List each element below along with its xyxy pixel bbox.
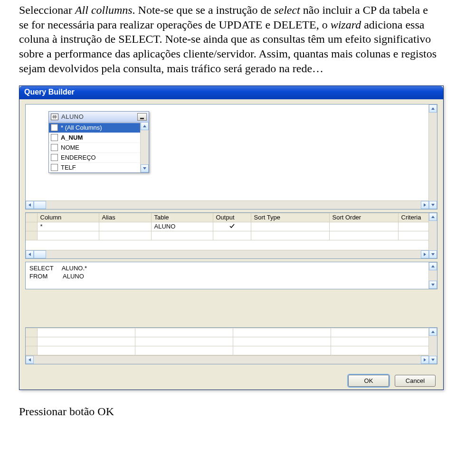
instruction-paragraph: Pressionar botão OK [19, 404, 437, 419]
grid-data-row[interactable]: * ALUNO [26, 222, 429, 231]
svg-marker-20 [424, 358, 426, 362]
cell-sort-order[interactable] [329, 222, 398, 231]
svg-marker-13 [28, 253, 31, 256]
svg-marker-19 [28, 358, 31, 362]
scroll-up-icon[interactable] [429, 262, 437, 270]
svg-marker-7 [431, 107, 435, 110]
grid-empty-row[interactable] [26, 328, 429, 337]
results-hscroll[interactable] [26, 355, 429, 364]
column-row[interactable]: ENDEREÇO [49, 152, 149, 162]
checkbox-icon[interactable] [51, 134, 58, 141]
diagram-pane[interactable]: ALUNO * (All Columns) A_NUM NOME [25, 104, 437, 209]
grid-empty-row[interactable] [26, 337, 429, 346]
grid-hscroll[interactable] [26, 250, 429, 258]
col-header[interactable]: Sort Type [251, 213, 329, 222]
text-italic: select [274, 4, 300, 16]
criteria-grid-pane[interactable]: Column Alias Table Output Sort Type Sort… [25, 212, 437, 259]
ok-button[interactable]: OK [348, 375, 389, 387]
cell-output[interactable] [213, 222, 251, 231]
column-label: A_NUM [61, 134, 83, 141]
table-name: ALUNO [61, 113, 84, 120]
dialog-button-bar: OK Cancel [19, 369, 443, 390]
svg-marker-18 [431, 359, 435, 361]
col-header[interactable]: Sort Order [329, 213, 398, 222]
scroll-right-icon[interactable] [421, 201, 429, 209]
scroll-down-icon[interactable] [429, 356, 437, 364]
row-header [26, 213, 37, 222]
results-pane[interactable] [25, 327, 437, 364]
sql-text[interactable]: SELECT ALUNO.* FROM ALUNO [26, 262, 437, 283]
svg-marker-5 [143, 125, 146, 127]
scroll-right-icon[interactable] [421, 250, 429, 258]
column-label: TELF [61, 164, 76, 171]
results-vscroll[interactable] [428, 328, 437, 364]
diagram-vscroll[interactable] [428, 105, 437, 209]
cancel-button[interactable]: Cancel [395, 375, 436, 387]
scroll-thumb[interactable] [34, 250, 46, 258]
column-label: * (All Columns) [61, 124, 102, 131]
sql-vscroll[interactable] [428, 262, 437, 289]
column-row[interactable]: A_NUM [49, 133, 149, 143]
scroll-left-icon[interactable] [26, 356, 34, 364]
col-header[interactable]: Alias [99, 213, 151, 222]
results-grid[interactable] [26, 328, 429, 355]
scroll-up-icon[interactable] [429, 105, 437, 113]
table-icon [51, 114, 58, 120]
column-row-all[interactable]: * (All Columns) [49, 123, 149, 133]
scroll-up-icon[interactable] [429, 328, 437, 336]
text: . Note-se que se a instrução de [133, 4, 275, 16]
svg-marker-11 [431, 216, 435, 218]
scroll-up-icon[interactable] [141, 122, 149, 130]
svg-rect-0 [52, 115, 57, 119]
svg-marker-16 [431, 284, 435, 286]
col-header[interactable]: Table [151, 213, 213, 222]
svg-marker-14 [424, 253, 426, 256]
scroll-down-icon[interactable] [429, 281, 437, 289]
scroll-up-icon[interactable] [429, 213, 437, 221]
col-header[interactable]: Output [213, 213, 251, 222]
scroll-right-icon[interactable] [421, 356, 429, 364]
svg-marker-17 [431, 331, 435, 333]
column-row[interactable]: NOME [49, 143, 149, 152]
cell-column[interactable]: * [37, 222, 99, 231]
col-header[interactable]: Column [37, 213, 99, 222]
check-icon [229, 223, 235, 230]
table-window-vscroll[interactable] [140, 122, 149, 172]
grid-empty-row[interactable] [26, 231, 429, 240]
svg-marker-15 [431, 265, 435, 267]
checkbox-icon[interactable] [51, 154, 58, 161]
scroll-down-icon[interactable] [429, 201, 437, 209]
row-header[interactable] [26, 222, 37, 231]
grid-header-row: Column Alias Table Output Sort Type Sort… [26, 213, 429, 222]
scroll-thumb[interactable] [34, 201, 46, 209]
table-window-aluno[interactable]: ALUNO * (All Columns) A_NUM NOME [48, 111, 149, 173]
minimize-button[interactable] [137, 113, 147, 121]
cell-table[interactable]: ALUNO [151, 222, 213, 231]
grid-vscroll[interactable] [428, 213, 437, 258]
query-builder-dialog: Query Builder ALUNO * (All Columns) [19, 86, 444, 390]
text-italic: wizard [331, 19, 361, 31]
criteria-grid[interactable]: Column Alias Table Output Sort Type Sort… [26, 213, 429, 240]
diagram-hscroll[interactable] [26, 200, 429, 209]
cell-criteria[interactable] [398, 222, 429, 231]
cell-sort-type[interactable] [251, 222, 329, 231]
dialog-titlebar[interactable]: Query Builder [19, 86, 443, 99]
scroll-down-icon[interactable] [141, 164, 149, 172]
grid-empty-row[interactable] [26, 346, 429, 355]
scroll-left-icon[interactable] [26, 201, 34, 209]
checkbox-checked-icon[interactable] [51, 124, 58, 131]
column-row[interactable]: TELF [49, 162, 149, 172]
table-window-header[interactable]: ALUNO [49, 112, 149, 123]
checkbox-icon[interactable] [51, 164, 58, 171]
checkbox-icon[interactable] [51, 144, 58, 151]
col-header[interactable]: Criteria [398, 213, 429, 222]
scroll-left-icon[interactable] [26, 250, 34, 258]
scroll-down-icon[interactable] [429, 250, 437, 258]
dialog-title: Query Builder [24, 88, 75, 96]
svg-marker-9 [28, 203, 31, 207]
svg-marker-12 [431, 253, 435, 256]
sql-pane[interactable]: SELECT ALUNO.* FROM ALUNO [25, 262, 437, 289]
cell-alias[interactable] [99, 222, 151, 231]
column-label: NOME [61, 144, 79, 151]
text: Seleccionar [19, 4, 75, 16]
